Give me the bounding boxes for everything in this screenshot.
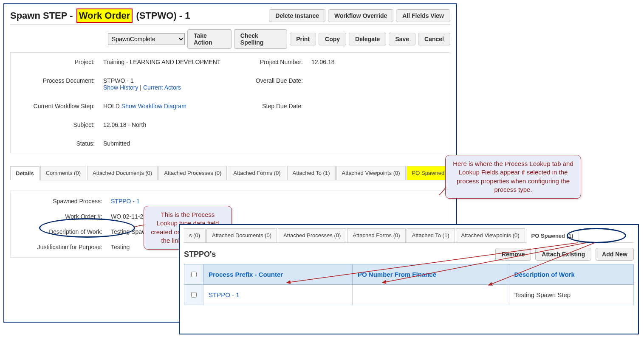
inset-buttons: Remove Attach Existing Add New: [493, 248, 634, 261]
add-new-button[interactable]: Add New: [596, 248, 634, 261]
tabs-row: Details Comments (0) Attached Documents …: [10, 166, 450, 180]
inset-tab-attached-processes[interactable]: Attached Processes (0): [278, 228, 346, 242]
check-spelling-button[interactable]: Check Spelling: [234, 29, 287, 49]
tab-attached-viewpoints[interactable]: Attached Viewpoints (0): [336, 166, 406, 180]
copy-button[interactable]: Copy: [319, 33, 346, 45]
title-suffix: (STPWO) - 1: [136, 10, 190, 21]
remove-button[interactable]: Remove: [495, 248, 531, 261]
tab-comments[interactable]: Comments (0): [40, 166, 86, 180]
tab-attached-processes[interactable]: Attached Processes (0): [158, 166, 227, 180]
stppo-table: Process Prefix - Counter PO Number From …: [184, 264, 634, 305]
all-fields-view-button[interactable]: All Fields View: [396, 9, 450, 22]
description-of-work-label: Description of Work:: [11, 228, 108, 235]
work-order-number-label: Work Order #:: [11, 213, 108, 220]
subject-label: Subject:: [11, 115, 100, 134]
row-process-link[interactable]: STPPO - 1: [209, 291, 240, 298]
overall-due-value: [308, 71, 380, 97]
attach-existing-button[interactable]: Attach Existing: [535, 248, 591, 261]
inset-tab-attached-documents[interactable]: Attached Documents (0): [206, 228, 277, 242]
action-row: SpawnComplete Take Action Check Spelling…: [10, 29, 450, 49]
title-highlighted: Work Order: [76, 8, 133, 23]
status-value: Submitted: [100, 134, 450, 153]
title-buttons: Delete Instance Workflow Override All Fi…: [266, 9, 450, 22]
callout-text-1: Here is where the Process Lookup tab and…: [453, 160, 573, 193]
delegate-button[interactable]: Delegate: [349, 33, 386, 45]
subject-value: 12.06.18 - North: [100, 115, 450, 134]
project-number-label: Project Number:: [236, 53, 308, 71]
project-value: Training - LEARNING AND DEVELOPMENT: [100, 53, 236, 71]
workflow-override-button[interactable]: Workflow Override: [328, 9, 393, 22]
show-workflow-diagram-link[interactable]: Show Workflow Diagram: [121, 103, 186, 110]
step-due-value: [308, 97, 380, 115]
inset-tab-partial[interactable]: s (0): [184, 228, 206, 242]
take-action-button[interactable]: Take Action: [187, 29, 232, 49]
row-po-number: [353, 285, 509, 305]
show-history-link[interactable]: Show History: [103, 84, 138, 91]
workflow-step-label: Current Workflow Step:: [11, 97, 100, 115]
tab-attached-to[interactable]: Attached To (1): [287, 166, 336, 180]
select-all-checkbox[interactable]: [191, 272, 197, 277]
info-grid: Project: Training - LEARNING AND DEVELOP…: [10, 52, 450, 153]
save-button[interactable]: Save: [389, 33, 415, 45]
page-title: Spawn STEP - Work Order (STPWO) - 1: [10, 8, 190, 23]
header-checkbox-cell: [184, 264, 203, 285]
title-prefix: Spawn STEP -: [10, 10, 73, 21]
inset-tab-po-spawned[interactable]: PO Spawned (1): [526, 229, 579, 243]
inset-header: STPPO's Remove Attach Existing Add New: [184, 248, 634, 261]
print-button[interactable]: Print: [290, 33, 316, 45]
inset-panel: s (0) Attached Documents (0) Attached Pr…: [179, 224, 639, 334]
inset-tab-attached-forms[interactable]: Attached Forms (0): [347, 228, 405, 242]
row-checkbox-cell: [184, 285, 203, 305]
action-select[interactable]: SpawnComplete: [108, 33, 185, 45]
column-process-prefix[interactable]: Process Prefix - Counter: [203, 264, 353, 285]
overall-due-label: Overall Due Date:: [236, 71, 308, 97]
inset-tab-attached-to[interactable]: Attached To (1): [407, 228, 455, 242]
tab-details[interactable]: Details: [10, 166, 40, 180]
inset-tab-attached-viewpoints[interactable]: Attached Viewpoints (0): [456, 228, 525, 242]
workflow-step-text: HOLD: [103, 103, 121, 110]
workflow-step-value: HOLD Show Workflow Diagram: [100, 97, 236, 115]
tab-attached-forms[interactable]: Attached Forms (0): [228, 166, 286, 180]
row-description: Testing Spawn Step: [509, 285, 633, 305]
spawned-process-link[interactable]: STPPO - 1: [111, 198, 140, 205]
status-label: Status:: [11, 134, 100, 153]
title-bar: Spawn STEP - Work Order (STPWO) - 1 Dele…: [10, 8, 450, 25]
separator: |: [140, 84, 143, 91]
inset-tabs-row: s (0) Attached Documents (0) Attached Pr…: [184, 228, 634, 243]
delete-instance-button[interactable]: Delete Instance: [269, 9, 325, 22]
process-document-value: STPWO - 1 Show History | Current Actors: [100, 71, 236, 97]
current-actors-link[interactable]: Current Actors: [143, 84, 181, 91]
column-description[interactable]: Description of Work: [509, 264, 633, 285]
step-due-label: Step Due Date:: [236, 97, 308, 115]
table-row: STPPO - 1 Testing Spawn Step: [184, 285, 634, 305]
justification-label: Justification for Purpose:: [11, 244, 108, 250]
row-checkbox[interactable]: [191, 292, 197, 298]
callout-process-lookup-tab: Here is where the Process Lookup tab and…: [445, 155, 581, 199]
project-number-value: 12.06.18: [308, 53, 380, 71]
column-po-number[interactable]: PO Number From Finance: [353, 264, 509, 285]
process-document-label: Process Document:: [11, 71, 100, 97]
tab-attached-documents[interactable]: Attached Documents (0): [87, 166, 158, 180]
spawned-process-label: Spawned Process:: [11, 198, 108, 205]
inset-heading: STPPO's: [184, 250, 216, 259]
project-label: Project:: [11, 53, 100, 71]
cancel-button[interactable]: Cancel: [418, 33, 450, 45]
process-doc-text: STPWO - 1: [103, 77, 134, 84]
